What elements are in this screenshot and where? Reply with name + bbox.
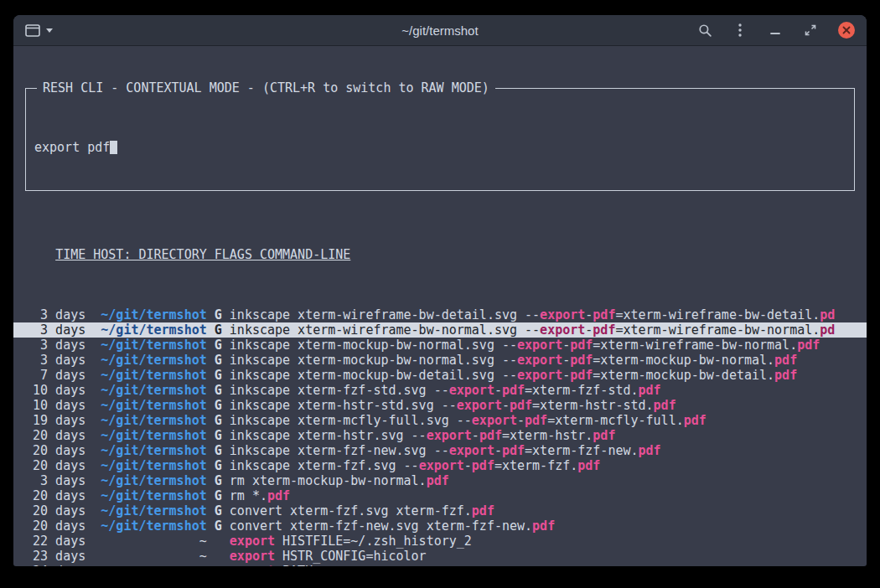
time-cell: 23 days	[25, 549, 85, 564]
host-cell: ~/git/termshot	[85, 518, 207, 534]
flag-cell: G	[207, 338, 230, 353]
table-header: TIME HOST: DIRECTORY FLAGS COMMAND-LINE	[13, 247, 867, 262]
history-row[interactable]: 3 days ~/git/termshot G inkscape xterm-w…	[13, 322, 867, 338]
terminal-content: RESH CLI - CONTEXTUAL MODE - (CTRL+R to …	[13, 46, 867, 566]
restore-icon[interactable]	[803, 23, 818, 38]
time-cell: 3 days	[25, 473, 85, 488]
history-row[interactable]: 20 days ~/git/termshot G inkscape xterm-…	[13, 428, 867, 443]
command-text: inkscape xterm-fzf-new.svg --export-pdf=…	[230, 443, 661, 458]
history-row[interactable]: 19 days ~/git/termshot G inkscape xterm-…	[13, 413, 867, 428]
history-row[interactable]: 20 days ~/git/termshot G inkscape xterm-…	[13, 443, 867, 458]
terminal-window: ~/git/termshot	[13, 15, 867, 566]
host-cell: ~	[85, 549, 207, 564]
history-row[interactable]: 3 days ~/git/termshot G inkscape xterm-m…	[13, 338, 867, 353]
flag-cell: G	[207, 322, 230, 338]
flag-cell: G	[207, 383, 230, 398]
titlebar[interactable]: ~/git/termshot	[13, 15, 867, 46]
command-text: inkscape xterm-hstr-std.svg --export-pdf…	[230, 398, 676, 413]
time-cell: 20 days	[25, 503, 85, 518]
host-cell: ~/git/termshot	[85, 322, 207, 338]
command-text: inkscape xterm-hstr.svg --export-pdf=xte…	[230, 428, 616, 443]
host-cell: ~/git/termshot	[85, 398, 207, 413]
flag-cell: G	[207, 488, 230, 503]
history-list: 3 days ~/git/termshot G inkscape xterm-w…	[13, 307, 867, 566]
host-cell: ~/git/termshot	[85, 353, 207, 368]
history-row[interactable]: 23 days ~ export HSTR_CONFIG=hicolor	[13, 549, 867, 564]
time-cell: 3 days	[25, 307, 85, 322]
command-text: rm *.pdf	[230, 488, 290, 503]
flag-cell: G	[207, 458, 230, 473]
flag-cell	[207, 534, 230, 549]
time-cell: 3 days	[25, 338, 85, 353]
history-row[interactable]: 3 days ~/git/termshot G rm xterm-mockup-…	[13, 473, 867, 488]
command-text: inkscape xterm-mockup-bw-detail.svg --ex…	[230, 368, 797, 383]
tab-dropdown-icon[interactable]	[46, 28, 53, 33]
command-text: inkscape xterm-wireframe-bw-detail.svg -…	[230, 307, 835, 322]
command-text: inkscape xterm-mockup-bw-normal.svg --ex…	[230, 338, 820, 353]
time-cell: 3 days	[25, 353, 85, 368]
command-text: export HSTR_CONFIG=hicolor	[230, 549, 427, 564]
command-text: inkscape xterm-mockup-bw-normal.svg --ex…	[230, 353, 797, 368]
host-cell: ~/git/termshot	[85, 428, 207, 443]
history-row[interactable]: 3 days ~/git/termshot G inkscape xterm-m…	[13, 353, 867, 368]
command-text: convert xterm-fzf-new.svg xterm-fzf-new.…	[230, 518, 555, 534]
search-box[interactable]: RESH CLI - CONTEXTUAL MODE - (CTRL+R to …	[25, 88, 855, 191]
text-cursor	[110, 141, 117, 154]
flag-cell: G	[207, 368, 230, 383]
command-text: export HISTFILE=~/.zsh_history_2	[230, 534, 472, 549]
command-text: rm xterm-mockup-bw-normal.pdf	[230, 473, 449, 488]
history-row[interactable]: 10 days ~/git/termshot G inkscape xterm-…	[13, 398, 867, 413]
history-row[interactable]: 3 days ~/git/termshot G inkscape xterm-w…	[13, 307, 867, 322]
flag-cell: G	[207, 307, 230, 322]
time-cell: 10 days	[25, 398, 85, 413]
host-cell: ~/git/termshot	[85, 458, 207, 473]
time-cell: 7 days	[25, 368, 85, 383]
minimize-icon[interactable]	[768, 23, 783, 38]
flag-cell: G	[207, 398, 230, 413]
flag-cell: G	[207, 473, 230, 488]
search-icon[interactable]	[697, 23, 712, 38]
time-cell: 24 days	[25, 564, 85, 566]
history-row[interactable]: 20 days ~/git/termshot G convert xterm-f…	[13, 518, 867, 534]
host-cell: ~	[85, 564, 207, 566]
command-text: inkscape xterm-mcfly-full.svg --export-p…	[230, 413, 707, 428]
menu-icon[interactable]	[732, 23, 748, 38]
time-cell: 20 days	[25, 443, 85, 458]
flag-cell: G	[207, 443, 230, 458]
history-row[interactable]: 20 days ~/git/termshot G inkscape xterm-…	[13, 458, 867, 473]
flag-cell	[207, 564, 230, 566]
command-text: inkscape xterm-fzf-std.svg --export-pdf=…	[230, 383, 661, 398]
flag-cell: G	[207, 353, 230, 368]
history-row[interactable]: 10 days ~/git/termshot G inkscape xterm-…	[13, 383, 867, 398]
host-cell: ~/git/termshot	[85, 503, 207, 518]
flag-cell: G	[207, 518, 230, 534]
host-cell: ~/git/termshot	[85, 338, 207, 353]
host-cell: ~/git/termshot	[85, 488, 207, 503]
flag-cell: G	[207, 428, 230, 443]
header-pad	[25, 247, 55, 262]
time-cell: 19 days	[25, 413, 85, 428]
time-cell: 22 days	[25, 534, 85, 549]
history-row[interactable]: 20 days ~/git/termshot G rm *.pdf	[13, 488, 867, 503]
history-row[interactable]: 24 days ~ export PATH	[13, 564, 867, 566]
host-cell: ~/git/termshot	[85, 368, 207, 383]
host-cell: ~/git/termshot	[85, 307, 207, 322]
flag-cell: G	[207, 413, 230, 428]
host-cell: ~/git/termshot	[85, 473, 207, 488]
history-row[interactable]: 20 days ~/git/termshot G convert xterm-f…	[13, 503, 867, 518]
flag-cell	[207, 549, 230, 564]
command-text: inkscape xterm-fzf.svg --export-pdf=xter…	[230, 458, 601, 473]
time-cell: 20 days	[25, 518, 85, 534]
search-input[interactable]: export pdf	[34, 140, 846, 155]
time-cell: 20 days	[25, 488, 85, 503]
close-button[interactable]	[838, 22, 855, 39]
flag-cell: G	[207, 503, 230, 518]
host-cell: ~	[85, 534, 207, 549]
new-tab-icon[interactable]	[25, 23, 40, 38]
command-text: convert xterm-fzf.svg xterm-fzf.pdf	[230, 503, 494, 518]
time-cell: 20 days	[25, 428, 85, 443]
history-row[interactable]: 7 days ~/git/termshot G inkscape xterm-m…	[13, 368, 867, 383]
host-cell: ~/git/termshot	[85, 413, 207, 428]
history-row[interactable]: 22 days ~ export HISTFILE=~/.zsh_history…	[13, 534, 867, 549]
command-text: inkscape xterm-wireframe-bw-normal.svg -…	[230, 322, 835, 338]
